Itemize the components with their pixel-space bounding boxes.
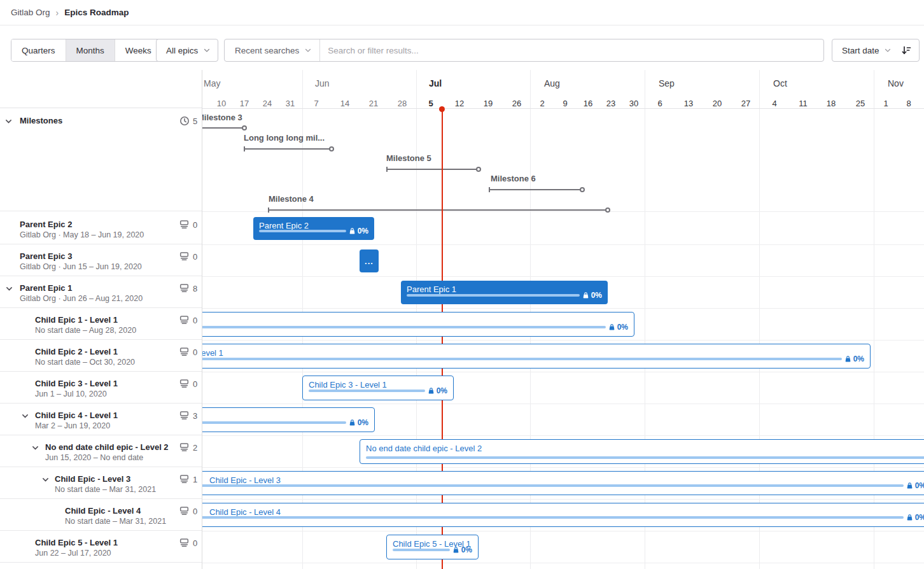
epic-bar-child-epic-2[interactable]: Child Epic 2 - Level 1 0% bbox=[190, 344, 871, 369]
weight-value: 0% bbox=[853, 355, 864, 363]
epic-bar-child-epic-1[interactable]: 0% bbox=[190, 312, 634, 337]
epic-bar-parent-epic-3[interactable]: ... bbox=[360, 249, 379, 272]
week-label: 6 bbox=[657, 99, 662, 108]
epic-list-item-parent-epic-1[interactable]: Parent Epic 1 Gitlab Org · Jun 26 – Aug … bbox=[0, 276, 202, 308]
epic-title[interactable]: Child Epic - Level 4 bbox=[65, 506, 141, 516]
sidebar-header-spacer bbox=[0, 70, 202, 108]
epic-children-count: 0 bbox=[193, 252, 197, 262]
week-label: 9 bbox=[563, 99, 567, 108]
weight-icon bbox=[844, 356, 851, 363]
week-label: 18 bbox=[827, 99, 836, 108]
milestone-end-dot bbox=[242, 125, 247, 130]
epic-title[interactable]: Child Epic 2 - Level 1 bbox=[35, 347, 118, 356]
epic-bar-child-epic-5[interactable]: Child Epic 5 - Level 1 0% bbox=[386, 535, 479, 559]
epic-bar-child-epic-level-4[interactable]: Child Epic - Level 4 0% bbox=[190, 503, 924, 527]
milestone-line-milestone-4 bbox=[268, 209, 608, 211]
epic-bar-parent-epic-2[interactable]: Parent Epic 2 0% bbox=[253, 217, 374, 240]
epic-title[interactable]: Parent Epic 2 bbox=[20, 220, 72, 229]
sort-direction-icon[interactable] bbox=[901, 45, 911, 55]
epic-icon bbox=[179, 283, 190, 293]
week-label: 1 bbox=[883, 99, 888, 108]
epic-title[interactable]: Child Epic 3 - Level 1 bbox=[35, 379, 118, 388]
epic-list-item-parent-epic-3[interactable]: Parent Epic 3 Gitlab Org · Jun 15 – Jun … bbox=[0, 244, 202, 276]
epic-list-item-child-epic-5[interactable]: Child Epic 5 - Level 1 Jun 22 – Jul 17, … bbox=[0, 531, 202, 563]
milestone-end-dot bbox=[476, 167, 481, 172]
week-label: 20 bbox=[713, 99, 722, 108]
recent-searches-dropdown[interactable]: Recent searches bbox=[225, 39, 319, 61]
week-label: 26 bbox=[512, 99, 521, 108]
epic-icon bbox=[179, 474, 190, 484]
milestone-label: Milestone 3 bbox=[197, 113, 242, 122]
epic-icon bbox=[179, 315, 190, 325]
breadcrumb-group-link[interactable]: Gitlab Org bbox=[11, 8, 50, 17]
epic-list-item-child-epic-1[interactable]: Child Epic 1 - Level 1 No start date – A… bbox=[0, 308, 202, 340]
progress-track bbox=[309, 390, 425, 392]
epic-bar-child-epic-3[interactable]: Child Epic 3 - Level 1 0% bbox=[302, 376, 454, 400]
milestones-count: 5 bbox=[193, 116, 197, 126]
epic-icon bbox=[179, 506, 190, 516]
epic-dates: No start date – Aug 28, 2020 bbox=[35, 326, 136, 335]
breadcrumb: Gitlab Org › Epics Roadmap bbox=[0, 0, 924, 25]
preset-quarters-button[interactable]: Quarters bbox=[11, 39, 66, 61]
today-line bbox=[442, 109, 443, 569]
weight-value: 0% bbox=[915, 513, 924, 522]
milestone-label: Long long long mil... bbox=[244, 133, 325, 143]
milestone-line-long-milestone bbox=[244, 148, 332, 150]
epic-list-item-child-epic-3[interactable]: Child Epic 3 - Level 1 Jun 1 – Jul 10, 2… bbox=[0, 372, 202, 404]
epic-list-item-no-end-date-child-epic[interactable]: No end date child epic - Level 2 Jun 15,… bbox=[0, 435, 202, 467]
collapse-epic-chevron-icon[interactable] bbox=[41, 475, 50, 484]
weight-value: 0% bbox=[915, 481, 924, 490]
epic-title[interactable]: Child Epic - Level 3 bbox=[55, 474, 130, 484]
collapse-epic-chevron-icon[interactable] bbox=[5, 284, 13, 293]
sort-control: Start date bbox=[832, 39, 920, 62]
epic-list-item-child-epic-level-4[interactable]: Child Epic - Level 4 No start date – Mar… bbox=[0, 499, 202, 531]
week-label: 2 bbox=[540, 99, 544, 108]
collapse-epic-chevron-icon[interactable] bbox=[21, 412, 29, 420]
epic-icon bbox=[179, 251, 190, 262]
milestone-line-milestone-5 bbox=[386, 169, 479, 170]
progress-track bbox=[366, 456, 924, 459]
epic-list-item-child-epic-level-3[interactable]: Child Epic - Level 3 No start date – Mar… bbox=[0, 467, 202, 499]
epic-title[interactable]: Child Epic 4 - Level 1 bbox=[35, 411, 118, 420]
week-label: 13 bbox=[684, 99, 693, 108]
epic-bar-child-epic-4[interactable]: 0% bbox=[190, 407, 375, 432]
search-input[interactable] bbox=[320, 39, 823, 61]
filtered-search-box: Recent searches bbox=[224, 39, 824, 62]
epic-title[interactable]: Parent Epic 3 bbox=[20, 251, 72, 261]
epics-filter-dropdown[interactable]: All epics bbox=[156, 39, 218, 62]
epic-title[interactable]: Child Epic 5 - Level 1 bbox=[35, 538, 118, 547]
week-label: 8 bbox=[906, 99, 911, 108]
epic-bar-no-end-date-child-epic[interactable]: No end date child epic - Level 2 bbox=[360, 439, 924, 464]
breadcrumb-separator-icon: › bbox=[56, 8, 59, 18]
week-label: 21 bbox=[369, 99, 378, 108]
epic-bar-child-epic-level-3[interactable]: Child Epic - Level 3 0% bbox=[190, 471, 924, 495]
epics-roadmap-app: Gitlab Org › Epics Roadmap Quarters Mont… bbox=[0, 0, 924, 569]
epic-title[interactable]: Parent Epic 1 bbox=[20, 283, 72, 293]
sort-field-dropdown[interactable]: Start date bbox=[842, 46, 879, 55]
epic-list-item-child-epic-2[interactable]: Child Epic 2 - Level 1 No start date – O… bbox=[0, 340, 202, 372]
epic-dates: Mar 2 – Jun 19, 2020 bbox=[35, 421, 110, 430]
collapse-milestones-chevron-icon[interactable] bbox=[4, 117, 13, 125]
milestones-section-row: Milestones 5 bbox=[0, 108, 202, 211]
epic-title[interactable]: Child Epic 1 - Level 1 bbox=[35, 315, 118, 325]
month-label: May bbox=[204, 78, 220, 88]
weight-icon bbox=[452, 547, 459, 554]
preset-weeks-button[interactable]: Weeks bbox=[115, 39, 162, 61]
epic-icon bbox=[179, 538, 190, 548]
weight-value: 0% bbox=[437, 386, 447, 395]
month-label: Nov bbox=[888, 78, 904, 88]
week-label: 30 bbox=[629, 99, 638, 108]
epic-bar-parent-epic-1[interactable]: Parent Epic 1 0% bbox=[401, 281, 608, 304]
weight-icon bbox=[349, 419, 356, 426]
epic-list-item-child-epic-4[interactable]: Child Epic 4 - Level 1 Mar 2 – Jun 19, 2… bbox=[0, 404, 202, 435]
epic-title[interactable]: No end date child epic - Level 2 bbox=[45, 442, 169, 452]
milestone-end-dot bbox=[605, 207, 610, 213]
month-label: Aug bbox=[544, 78, 560, 88]
progress-track bbox=[407, 294, 580, 297]
clock-icon bbox=[179, 116, 190, 126]
collapse-epic-chevron-icon[interactable] bbox=[31, 444, 39, 452]
epic-list-item-parent-epic-2[interactable]: Parent Epic 2 Gitlab Org · May 18 – Jun … bbox=[0, 211, 202, 244]
roadmap-chart: May Jun Jul Aug Sep Oct Nov 10 17 24 31 … bbox=[0, 70, 924, 569]
epic-children-count: 8 bbox=[193, 284, 197, 293]
preset-months-button[interactable]: Months bbox=[66, 39, 115, 61]
